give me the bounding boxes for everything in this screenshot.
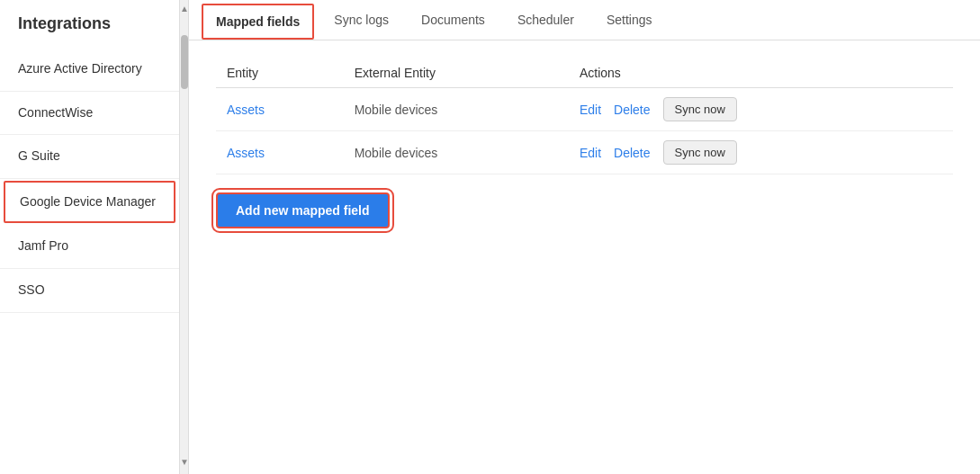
- sidebar-item-connectwise[interactable]: ConnectWise: [0, 92, 179, 136]
- col-external-entity: External Entity: [344, 58, 569, 88]
- table-row: Assets Mobile devices Edit Delete Sync n…: [216, 88, 953, 131]
- table-row: Assets Mobile devices Edit Delete Sync n…: [216, 131, 953, 174]
- tab-bar: Mapped fields Sync logs Documents Schedu…: [189, 0, 980, 40]
- sidebar: Integrations Azure Active Directory Conn…: [0, 0, 180, 474]
- scroll-up-arrow[interactable]: ▲: [180, 0, 188, 17]
- external-entity-0: Mobile devices: [355, 103, 438, 117]
- tab-settings[interactable]: Settings: [590, 0, 669, 40]
- sidebar-item-google-device-manager[interactable]: Google Device Manager: [4, 181, 175, 224]
- scroll-thumb[interactable]: [181, 35, 188, 89]
- col-actions: Actions: [569, 58, 953, 88]
- delete-link-1[interactable]: Delete: [614, 146, 650, 160]
- sidebar-item-gsuite[interactable]: G Suite: [0, 135, 179, 179]
- sidebar-item-jamf-pro[interactable]: Jamf Pro: [0, 225, 179, 269]
- scroll-down-arrow[interactable]: ▼: [180, 453, 188, 470]
- entity-link-1[interactable]: Assets: [227, 146, 265, 160]
- sync-now-button-1[interactable]: Sync now: [663, 140, 737, 165]
- mapped-fields-table: Entity External Entity Actions Assets Mo…: [216, 58, 953, 174]
- content-area: Entity External Entity Actions Assets Mo…: [189, 40, 980, 474]
- sidebar-item-azure[interactable]: Azure Active Directory: [0, 48, 179, 92]
- sidebar-title: Integrations: [0, 0, 179, 48]
- delete-link-0[interactable]: Delete: [614, 103, 650, 117]
- tab-mapped-fields[interactable]: Mapped fields: [202, 4, 314, 40]
- main-content: Mapped fields Sync logs Documents Schedu…: [189, 0, 980, 474]
- sync-now-button-0[interactable]: Sync now: [663, 97, 737, 121]
- col-entity: Entity: [216, 58, 344, 88]
- edit-link-0[interactable]: Edit: [580, 103, 601, 117]
- add-new-mapped-field-button[interactable]: Add new mapped field: [216, 192, 390, 228]
- external-entity-1: Mobile devices: [355, 146, 438, 160]
- entity-link-0[interactable]: Assets: [227, 103, 265, 117]
- edit-link-1[interactable]: Edit: [580, 146, 601, 160]
- sidebar-item-sso[interactable]: SSO: [0, 269, 179, 313]
- tab-documents[interactable]: Documents: [405, 0, 501, 40]
- sidebar-scrollbar[interactable]: ▲ ▼: [180, 0, 189, 474]
- tab-scheduler[interactable]: Scheduler: [501, 0, 590, 40]
- tab-sync-logs[interactable]: Sync logs: [318, 0, 405, 40]
